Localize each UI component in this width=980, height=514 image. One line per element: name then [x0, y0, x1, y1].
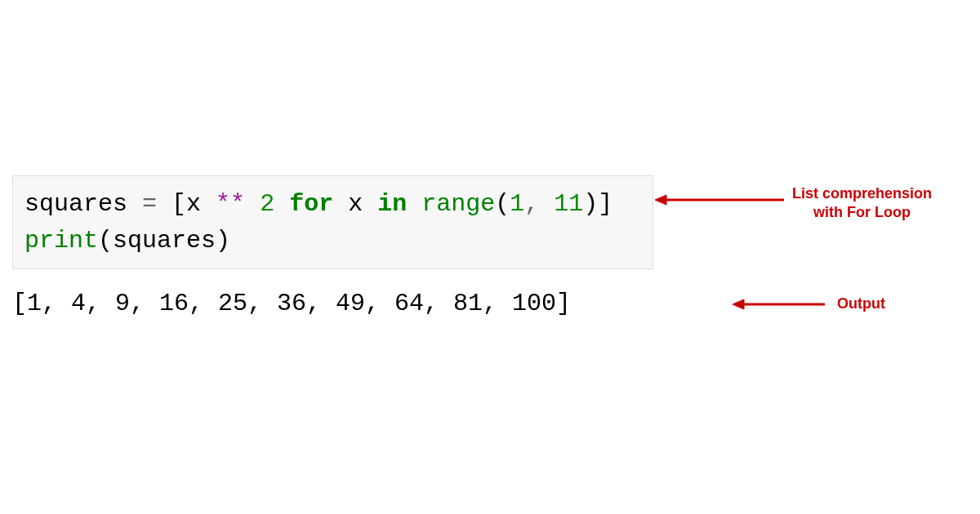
code-block: squares = [x ** 2 for x in range(1, 11)]… [12, 175, 653, 269]
token-print: print [24, 227, 98, 255]
token-paren-open: ( [98, 227, 113, 255]
token-space [245, 190, 260, 218]
token-x1: x [186, 190, 201, 218]
token-var: squares [24, 190, 127, 218]
annotation-output: Output [837, 295, 885, 312]
token-paren-close: ) [216, 227, 230, 255]
svg-marker-3 [733, 299, 744, 309]
token-space [407, 190, 421, 218]
token-range: range [421, 190, 495, 218]
token-lbracket: [ [172, 190, 186, 218]
token-space [201, 190, 216, 218]
token-one: 1 [510, 190, 524, 218]
arrow-bottom-icon [731, 296, 829, 312]
token-space [363, 190, 377, 218]
token-two: 2 [260, 190, 274, 218]
output-text: [1, 4, 9, 16, 25, 36, 49, 64, 81, 100] [12, 290, 571, 317]
token-paren-close: ) [583, 190, 598, 218]
token-eleven: 11 [554, 190, 583, 218]
token-comma: , [524, 190, 554, 218]
arrow-top-icon [653, 192, 788, 208]
token-in: in [377, 190, 407, 218]
code-line-2: print(squares) [24, 223, 641, 259]
annotation-top-line2: with For Loop [792, 203, 932, 222]
token-x2: x [348, 190, 363, 218]
token-space [274, 190, 289, 218]
token-for: for [289, 190, 333, 218]
token-paren-open: ( [495, 190, 510, 218]
token-arg: squares [113, 227, 216, 255]
code-line-1: squares = [x ** 2 for x in range(1, 11)] [24, 186, 641, 223]
annotation-top-line1: List comprehension [792, 184, 932, 203]
token-rbracket: ] [598, 190, 612, 218]
token-eq: = [127, 190, 172, 218]
annotation-list-comprehension: List comprehension with For Loop [792, 184, 932, 223]
svg-marker-1 [655, 195, 666, 205]
token-space [333, 190, 348, 218]
token-power: ** [216, 190, 245, 218]
